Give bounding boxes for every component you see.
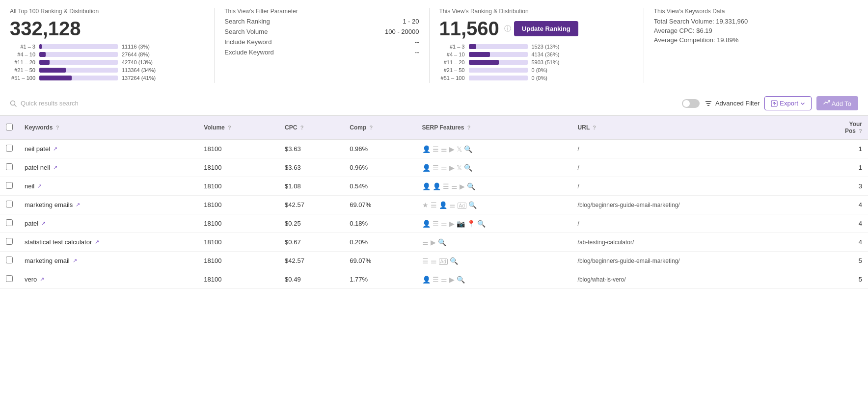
pos-help-icon[interactable]: ? [859,128,862,134]
search-input[interactable] [21,100,676,107]
filter-key: Search Volume [224,28,268,35]
external-link-icon: ↗ [73,258,77,264]
bar-value: 4134 (36%) [532,52,560,57]
keyword-link[interactable]: neil patel ↗ [25,145,192,153]
cpc-cell: $1.08 [279,177,344,196]
serp-cell: 👤☰⚌▶🔍 [416,270,572,289]
serp-icon-search: 🔍 [457,276,465,284]
bar-value: 137264 (41%) [122,75,156,81]
serp-icon-shuffle: ⚌ [422,238,429,246]
serp-icon-person: 👤 [422,182,431,190]
bar-label: #21 – 50 [439,67,465,73]
toolbar: Advanced Filter Export Add To [0,91,868,116]
bar-value: 5903 (51%) [532,59,560,65]
table-row: neil patel ↗ 18100 $3.63 0.96% 👤☰⚌▶𝕏🔍 / … [0,140,868,158]
toggle-switch[interactable] [682,99,700,108]
bar-track [469,52,528,57]
serp-icon-shuffle: ⚌ [441,145,447,153]
keyword-cell: marketing email ↗ [19,252,198,270]
top-stats-panel: All Top 100 Ranking & Distribution 332,1… [0,0,868,91]
volume-cell: 18100 [198,214,279,233]
keyword-link[interactable]: patel ↗ [25,220,192,227]
keywords-data-title: This View's Keywords Data [654,8,848,15]
row-checkbox[interactable] [6,182,13,189]
info-icon[interactable]: ⓘ [504,25,511,33]
filter-val: -- [415,38,419,46]
serp-icon-search: 🔍 [477,220,486,228]
serp-icon-table: ☰ [431,201,437,209]
add-to-button[interactable]: Add To [816,96,858,110]
bar-fill-dark [39,76,72,80]
serp-cell: 👤👤☰⚌▶🔍 [416,177,572,196]
bar-row: #51 – 100 0 (0%) [439,75,634,81]
row-checkbox-cell [0,214,19,233]
keyword-link[interactable]: neil ↗ [25,182,192,190]
url-help-icon[interactable]: ? [593,125,596,130]
bar-row: #21 – 50 0 (0%) [439,67,634,73]
select-all-checkbox[interactable] [6,124,13,130]
serp-icon-person: 👤 [422,276,431,284]
bar-track [469,44,528,49]
advanced-filter-button[interactable]: Advanced Filter [705,100,760,107]
bar-label: #1 – 3 [10,44,35,50]
cpc-help-icon[interactable]: ? [300,125,304,130]
add-to-label: Add To [832,100,851,107]
bar-row: #51 – 100 137264 (41%) [10,75,204,81]
serp-cell: ☰⚌Ad🔍 [416,252,572,270]
filter-row: Search Volume 100 - 20000 [224,28,419,35]
keyword-link[interactable]: vero ↗ [25,276,192,283]
serp-icon-search: 🔍 [464,145,472,153]
url-cell: / [572,158,808,177]
keyword-cell: neil ↗ [19,177,198,196]
export-button[interactable]: Export [764,96,812,110]
comp-cell: 0.18% [344,214,416,233]
row-checkbox[interactable] [6,145,13,152]
row-checkbox[interactable] [6,219,13,226]
volume-help-icon[interactable]: ? [228,125,231,130]
keyword-link[interactable]: marketing email ↗ [25,257,192,264]
avg-cpc: Average CPC: $6.19 [654,27,848,34]
keyword-link[interactable]: statistical test calculator ↗ [25,238,192,246]
serp-icon-search: 🔍 [468,201,477,209]
external-link-icon: ↗ [53,164,57,171]
row-checkbox[interactable] [6,257,13,263]
search-box[interactable] [10,100,676,107]
filter-key: Include Keyword [224,38,271,46]
keywords-table: Keywords ? Volume ? CPC ? Comp ? SERP Fe… [0,116,868,289]
table-row: patel ↗ 18100 $0.25 0.18% 👤☰⚌▶📷📍🔍 / 4 [0,214,868,233]
row-checkbox[interactable] [6,275,13,282]
serp-icon-shuffle: ⚌ [441,276,447,284]
serp-icon-table: ☰ [433,276,439,284]
advanced-filter-label: Advanced Filter [715,100,760,107]
pos-cell: 5 [808,252,868,270]
th-keywords: Keywords ? [19,116,198,140]
comp-help-icon[interactable]: ? [370,125,373,130]
cpc-cell: $3.63 [279,158,344,177]
row-checkbox[interactable] [6,163,13,170]
url-cell: / [572,140,808,158]
trend-icon [823,99,830,106]
table-row: statistical test calculator ↗ 18100 $0.6… [0,233,868,252]
th-serp: SERP Features ? [416,116,572,140]
table-header: Keywords ? Volume ? CPC ? Comp ? SERP Fe… [0,116,868,140]
keyword-link[interactable]: marketing emails ↗ [25,201,192,208]
row-checkbox[interactable] [6,238,13,245]
keywords-help-icon[interactable]: ? [56,125,59,130]
update-ranking-button[interactable]: Update Ranking [514,21,578,36]
keyword-cell: vero ↗ [19,270,198,289]
serp-help-icon[interactable]: ? [467,125,471,130]
total-volume: Total Search Volume: 19,331,960 [654,18,848,25]
row-checkbox-cell [0,252,19,270]
volume-cell: 18100 [198,158,279,177]
bar-row: #11 – 20 5903 (51%) [439,59,634,65]
bar-value: 1523 (13%) [532,44,560,50]
pos-cell: 1 [808,140,868,158]
table-header-row: Keywords ? Volume ? CPC ? Comp ? SERP Fe… [0,116,868,140]
table-row: neil ↗ 18100 $1.08 0.54% 👤👤☰⚌▶🔍 / 3 [0,177,868,196]
bar-fill-dark [469,60,499,65]
keyword-link[interactable]: patel neil ↗ [25,164,192,171]
row-checkbox-cell [0,270,19,289]
row-checkbox[interactable] [6,201,13,207]
bar-fill-dark [39,68,66,73]
pos-cell: 4 [808,214,868,233]
